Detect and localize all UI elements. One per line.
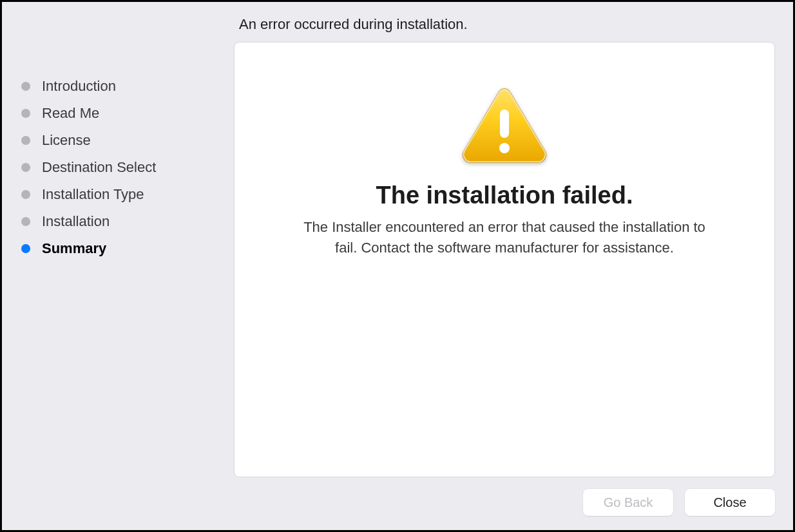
bullet-icon	[21, 163, 30, 172]
step-label: Installation	[42, 213, 110, 230]
button-bar: Go Back Close	[234, 477, 775, 516]
failure-body: The Installer encountered an error that …	[292, 217, 717, 258]
bullet-icon	[21, 190, 30, 199]
step-label: Destination Select	[42, 159, 156, 176]
step-summary: Summary	[21, 235, 221, 262]
step-installation: Installation	[21, 208, 221, 235]
step-introduction: Introduction	[21, 73, 221, 100]
close-button[interactable]: Close	[685, 489, 775, 516]
svg-rect-0	[500, 109, 509, 138]
warning-triangle-icon	[459, 85, 550, 167]
step-label: Installation Type	[42, 186, 144, 203]
step-license: License	[21, 127, 221, 154]
main-column: An error occurred during installation.	[234, 2, 793, 530]
step-read-me: Read Me	[21, 100, 221, 127]
content-panel: The installation failed. The Installer e…	[234, 42, 775, 477]
step-installation-type: Installation Type	[21, 181, 221, 208]
step-label: Introduction	[42, 78, 116, 95]
step-label: License	[42, 132, 91, 149]
failure-heading: The installation failed.	[376, 182, 633, 209]
installer-window: Introduction Read Me License Destination…	[0, 0, 795, 532]
bullet-icon	[21, 109, 30, 118]
step-sidebar: Introduction Read Me License Destination…	[2, 2, 234, 530]
go-back-button: Go Back	[583, 489, 673, 516]
svg-point-1	[499, 143, 510, 153]
bullet-icon	[21, 244, 30, 253]
step-label: Summary	[42, 240, 106, 257]
step-destination-select: Destination Select	[21, 154, 221, 181]
bullet-icon	[21, 217, 30, 226]
step-list: Introduction Read Me License Destination…	[21, 73, 221, 262]
page-title: An error occurred during installation.	[239, 16, 775, 33]
step-label: Read Me	[42, 105, 99, 122]
bullet-icon	[21, 136, 30, 145]
window-body: Introduction Read Me License Destination…	[2, 2, 793, 530]
bullet-icon	[21, 82, 30, 91]
